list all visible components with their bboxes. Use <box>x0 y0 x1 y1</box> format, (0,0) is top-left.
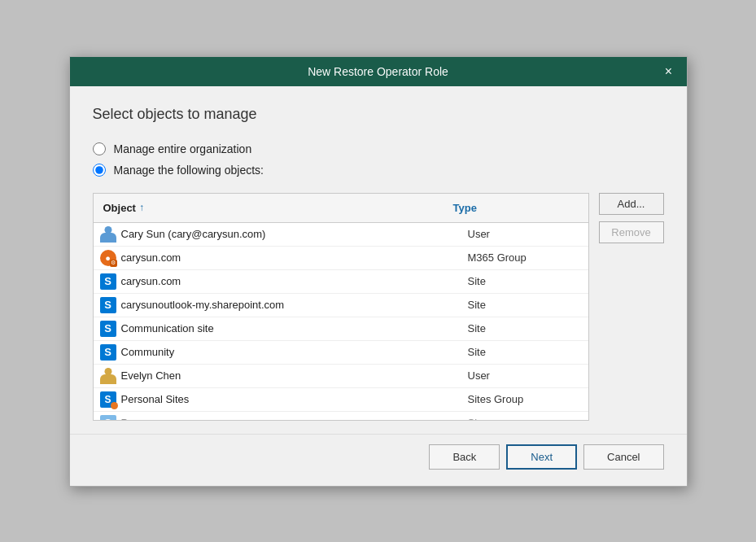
object-cell: ● ⚙ carysun.com <box>94 247 458 269</box>
radio-following-objects[interactable] <box>93 164 106 177</box>
radio-row-2: Manage the following objects: <box>93 164 664 177</box>
col-header-type: Type <box>444 199 574 217</box>
cancel-button[interactable]: Cancel <box>583 444 663 470</box>
object-cell: S carysunoutlook-my.sharepoint.com <box>94 294 458 317</box>
objects-container: Object ↑ Type <box>93 193 664 421</box>
dialog-footer: Back Next Cancel <box>70 434 687 486</box>
table-row[interactable]: ● ⚙ carysun.com M365 Group <box>94 247 588 270</box>
sharepoint-icon: S <box>100 415 116 420</box>
object-cell: Evelyn Chen <box>94 365 458 387</box>
radio-label-objects[interactable]: Manage the following objects: <box>114 164 264 177</box>
table-row[interactable]: S carysun.com Site <box>94 270 588 294</box>
dialog-title: New Restore Operator Role <box>96 65 661 78</box>
table-row[interactable]: S Community Site <box>94 341 588 365</box>
table-row[interactable]: S Personal Sites Sites Group <box>94 388 588 412</box>
table-header: Object ↑ Type <box>94 194 588 223</box>
object-cell: S Communication site <box>94 317 458 340</box>
table-row[interactable]: S P... Si... <box>94 412 588 420</box>
remove-button[interactable]: Remove <box>599 221 664 243</box>
title-bar: New Restore Operator Role × <box>70 57 687 86</box>
personal-sites-icon: S <box>100 391 116 408</box>
user-icon <box>100 368 116 384</box>
side-buttons: Add... Remove <box>599 193 664 243</box>
sharepoint-icon: S <box>100 273 116 290</box>
object-cell: S P... <box>94 412 458 420</box>
radio-entire-org[interactable] <box>93 142 106 155</box>
back-button[interactable]: Back <box>429 444 500 470</box>
close-button[interactable]: × <box>661 63 677 80</box>
radio-row-1: Manage entire organization <box>93 142 664 155</box>
dialog-body: Select objects to manage Manage entire o… <box>70 86 687 434</box>
table-row[interactable]: S carysunoutlook-my.sharepoint.com Site <box>94 294 588 317</box>
radio-label-org[interactable]: Manage entire organization <box>114 142 252 155</box>
table-row[interactable]: Evelyn Chen User <box>94 365 588 388</box>
table-row[interactable]: Cary Sun (cary@carysun.com) User <box>94 223 588 247</box>
next-button[interactable]: Next <box>506 444 577 470</box>
object-cell: S carysun.com <box>94 270 458 293</box>
table-body[interactable]: Cary Sun (cary@carysun.com) User ● ⚙ <box>94 223 588 420</box>
col-header-object: Object ↑ <box>94 199 444 217</box>
dialog-window: New Restore Operator Role × Select objec… <box>69 56 688 487</box>
user-icon <box>100 226 116 243</box>
object-cell: S Personal Sites <box>94 388 458 411</box>
objects-table: Object ↑ Type <box>93 193 589 421</box>
table-row[interactable]: S Communication site Site <box>94 317 588 341</box>
object-cell: S Community <box>94 341 458 364</box>
radio-group: Manage entire organization Manage the fo… <box>93 142 664 177</box>
add-button[interactable]: Add... <box>599 193 664 215</box>
sharepoint-icon: S <box>100 297 116 313</box>
sharepoint-icon: S <box>100 321 116 337</box>
sort-arrow-icon: ↑ <box>139 202 144 213</box>
sharepoint-icon: S <box>100 344 116 361</box>
section-title: Select objects to manage <box>93 106 664 123</box>
object-cell: Cary Sun (cary@carysun.com) <box>94 223 458 246</box>
m365-icon: ● ⚙ <box>100 250 116 266</box>
